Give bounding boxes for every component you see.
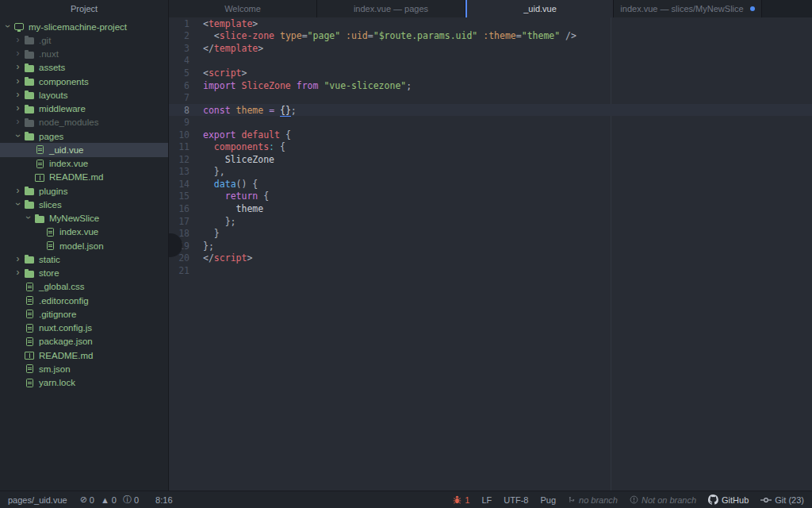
line-number: 3 bbox=[169, 43, 190, 54]
code-line-15[interactable]: 15 return { bbox=[169, 190, 812, 203]
tree-item-.git[interactable]: ›.git bbox=[0, 33, 168, 47]
tree-item-.editorconfig[interactable]: ›.editorconfig bbox=[0, 294, 168, 307]
tree-item-static[interactable]: ›static bbox=[0, 252, 168, 266]
file-icon bbox=[47, 228, 54, 237]
branch-warning[interactable]: Not on branch bbox=[630, 495, 696, 505]
tree-item-my-slicemachine-project[interactable]: ›my-slicemachine-project bbox=[0, 20, 168, 33]
file-icon bbox=[36, 145, 44, 154]
info-count: 0 bbox=[134, 495, 139, 505]
tree-item-sm.json[interactable]: ›sm.json bbox=[0, 362, 168, 375]
tab-2[interactable]: index.vue — pages bbox=[317, 0, 465, 17]
code-line-1[interactable]: 1<template> bbox=[169, 17, 812, 30]
line-number: 9 bbox=[169, 117, 190, 128]
device-icon bbox=[14, 23, 24, 30]
github-label: GitHub bbox=[722, 495, 749, 505]
code-line-8[interactable]: 8const theme = {}; bbox=[169, 104, 812, 117]
tree-item-label: index.vue bbox=[59, 227, 98, 237]
code-line-14[interactable]: 14 data() { bbox=[169, 178, 812, 190]
tree-item-nuxt.config.js[interactable]: ›nuxt.config.js bbox=[0, 321, 168, 335]
editor-pane: Welcomeindex.vue — pages_uid.vueindex.vu… bbox=[169, 0, 812, 491]
git-label: Git (23) bbox=[775, 495, 804, 505]
tree-item-assets[interactable]: ›assets bbox=[0, 61, 168, 75]
tree-item-model.json[interactable]: ›model.json bbox=[0, 239, 168, 252]
code-line-9[interactable]: 9 bbox=[169, 116, 812, 129]
code-line-21[interactable]: 21 bbox=[169, 264, 812, 277]
chevron-right-icon: › bbox=[13, 268, 22, 276]
tree-item-plugins[interactable]: ›plugins bbox=[0, 184, 168, 198]
tree-item-pages[interactable]: ›pages bbox=[0, 129, 168, 143]
code-line-13[interactable]: 13 }, bbox=[169, 166, 812, 179]
git-tab-toggle[interactable]: Git (23) bbox=[760, 495, 804, 505]
line-number: 11 bbox=[169, 141, 190, 152]
tree-item-.gitignore[interactable]: ›.gitignore bbox=[0, 307, 168, 321]
grammar-selector[interactable]: Pug bbox=[540, 495, 556, 505]
tree-item-.nuxt[interactable]: ›.nuxt bbox=[0, 48, 168, 61]
warning-count: 0 bbox=[112, 495, 117, 505]
line-ending-selector[interactable]: LF bbox=[481, 495, 492, 505]
code-line-16[interactable]: 16 theme bbox=[169, 202, 812, 215]
tab-1[interactable]: Welcome bbox=[169, 0, 317, 17]
code-line-17[interactable]: 17 }; bbox=[169, 215, 812, 228]
folder-icon bbox=[25, 271, 34, 278]
line-number: 6 bbox=[169, 80, 190, 91]
line-number: 17 bbox=[169, 216, 190, 227]
tree-item-label: static bbox=[39, 255, 60, 264]
folder-icon bbox=[25, 120, 34, 127]
tree-item-label: node_modules bbox=[39, 117, 98, 127]
cursor-position[interactable]: 8:16 bbox=[155, 495, 172, 505]
diagnostics-summary[interactable]: ⊘ 0 ▲ 0 ⓘ 0 bbox=[80, 494, 143, 506]
code-line-2[interactable]: 2 <slice-zone type="page" :uid="$route.p… bbox=[169, 30, 812, 43]
tree-item-label: store bbox=[39, 268, 59, 278]
tab-4[interactable]: index.vue — slices/MyNewSlice bbox=[614, 0, 762, 17]
tree-item-_global.css[interactable]: ›_global.css bbox=[0, 280, 168, 294]
tree-item-package.json[interactable]: ›package.json bbox=[0, 335, 168, 348]
tree-item-components[interactable]: ›components bbox=[0, 75, 168, 88]
tree-item-node_modules[interactable]: ›node_modules bbox=[0, 116, 168, 129]
code-line-18[interactable]: 18 } bbox=[169, 227, 812, 240]
code-line-6[interactable]: 6import SliceZone from "vue-slicezone"; bbox=[169, 79, 812, 92]
tree-item-_uid.vue[interactable]: ›_uid.vue bbox=[0, 143, 168, 156]
line-number: 4 bbox=[169, 55, 190, 66]
code-line-7[interactable]: 7 bbox=[169, 91, 812, 104]
github-package[interactable]: GitHub bbox=[708, 495, 749, 505]
tree-item-store[interactable]: ›store bbox=[0, 267, 168, 280]
code-line-5[interactable]: 5<script> bbox=[169, 67, 812, 79]
line-number: 13 bbox=[169, 166, 190, 177]
git-branch-status[interactable]: no branch bbox=[568, 495, 618, 505]
chevron-down-icon: › bbox=[25, 214, 33, 222]
chevron-right-icon: › bbox=[13, 63, 22, 71]
code-line-3[interactable]: 3</template> bbox=[169, 42, 812, 55]
status-file-path[interactable]: pages/_uid.vue bbox=[8, 495, 67, 505]
code-line-20[interactable]: 20</script> bbox=[169, 252, 812, 264]
modified-dot-icon bbox=[750, 6, 755, 11]
code-line-4[interactable]: 4 bbox=[169, 55, 812, 67]
commit-icon bbox=[760, 496, 772, 504]
code-editor[interactable]: 1<template>2 <slice-zone type="page" :ui… bbox=[169, 17, 812, 491]
folder-icon bbox=[25, 133, 34, 140]
folder-icon bbox=[25, 202, 34, 209]
encoding-selector[interactable]: UTF-8 bbox=[504, 495, 528, 505]
tree-item-label: package.json bbox=[39, 337, 93, 346]
project-sidebar: Project ›my-slicemachine-project›.git›.n… bbox=[0, 0, 169, 491]
warning-triangle-icon: ▲ bbox=[101, 495, 109, 505]
status-left: pages/_uid.vue ⊘ 0 ▲ 0 ⓘ 0 8:16 bbox=[8, 494, 186, 506]
code-line-11[interactable]: 11 components: { bbox=[169, 140, 812, 153]
tree-item-index.vue[interactable]: ›index.vue bbox=[0, 225, 168, 239]
tree-item-README.md[interactable]: ›README.md bbox=[0, 348, 168, 362]
tree-item-label: pages bbox=[39, 132, 63, 141]
tree-item-yarn.lock[interactable]: ›yarn.lock bbox=[0, 376, 168, 390]
tab-bar: Welcomeindex.vue — pages_uid.vueindex.vu… bbox=[169, 0, 812, 17]
tree-item-index.vue[interactable]: ›index.vue bbox=[0, 157, 168, 171]
code-line-12[interactable]: 12 SliceZone bbox=[169, 153, 812, 166]
tree-item-README.md[interactable]: ›README.md bbox=[0, 171, 168, 184]
tree-item-layouts[interactable]: ›layouts bbox=[0, 88, 168, 102]
code-line-19[interactable]: 19}; bbox=[169, 240, 812, 252]
tab-3[interactable]: _uid.vue bbox=[465, 0, 614, 17]
tree-item-label: nuxt.config.js bbox=[39, 323, 92, 333]
tree-item-slices[interactable]: ›slices bbox=[0, 198, 168, 211]
tree-item-MyNewSlice[interactable]: ›MyNewSlice bbox=[0, 212, 168, 225]
tree-item-middleware[interactable]: ›middleware bbox=[0, 102, 168, 116]
code-line-10[interactable]: 10export default { bbox=[169, 129, 812, 141]
tab-label: index.vue — pages bbox=[354, 4, 428, 13]
deprecation-indicator[interactable]: 1 bbox=[453, 495, 469, 505]
